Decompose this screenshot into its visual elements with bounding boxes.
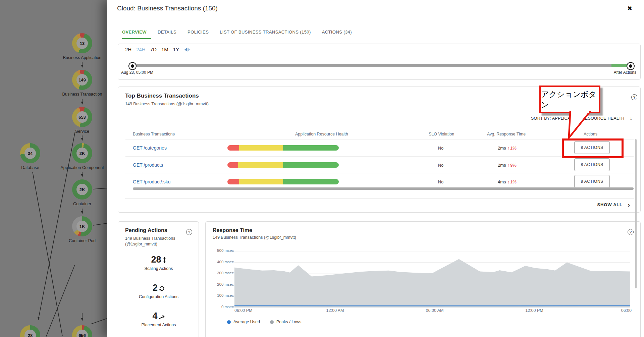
legend-average-used: Average Used	[227, 320, 260, 324]
card-subtitle: 149 Business Transactions (@1sglbr_mmvtt…	[125, 236, 175, 247]
sidebar-node-28[interactable]: 28	[20, 325, 40, 337]
node-label: Business Transaction	[62, 92, 102, 97]
legend-dot-gray	[270, 320, 274, 324]
chart-legend: Average Used Peaks / Lows	[227, 320, 311, 324]
help-icon[interactable]: ?	[628, 229, 634, 235]
tab-policies[interactable]: POLICIES	[187, 30, 209, 35]
transaction-link[interactable]: GET /product/:sku	[133, 179, 171, 184]
health-donut: 653	[72, 107, 92, 127]
transaction-link[interactable]: GET /products	[133, 162, 163, 168]
health-donut: 149	[72, 70, 92, 90]
tab-details[interactable]: DETAILS	[158, 30, 176, 35]
annotation-callout: アクションボタン	[539, 86, 600, 113]
legend-dot-blue	[227, 320, 231, 324]
supply-chain-sidebar: 13 Business Application 149 Business Tra…	[0, 0, 107, 337]
trend-up-icon: ↑	[507, 179, 510, 184]
response-time-value: 4ms↑1%	[498, 179, 517, 184]
placement-icon	[159, 312, 165, 322]
card-subtitle: 149 Business Transactions (@1sglbr_mmvtt…	[125, 102, 209, 106]
column-header-application-resource-health: Application Resource Health	[295, 132, 348, 136]
y-tick: 300 msec	[208, 271, 234, 275]
range-1m[interactable]: 1M	[161, 47, 168, 52]
node-label: Container	[73, 202, 91, 206]
tab-overview[interactable]: OVERVIEW	[122, 30, 147, 35]
x-tick: 06:00 PM	[234, 308, 253, 313]
pan-arrows-icon[interactable]	[184, 48, 190, 52]
sidebar-node-business-transaction[interactable]: 149 Business Transaction	[72, 70, 92, 90]
actions-button[interactable]: 8 ACTIONS	[574, 158, 610, 171]
health-donut: 28	[20, 325, 40, 337]
range-1y[interactable]: 1Y	[173, 47, 179, 52]
vertical-scrollbar[interactable]	[635, 139, 637, 288]
scaling-actions-stat: 28 Scaling Actions	[118, 255, 199, 271]
slider-handle-start[interactable]	[128, 62, 137, 70]
divider	[125, 198, 634, 199]
range-24h[interactable]: 24H	[136, 47, 146, 52]
health-donut: 2K	[72, 179, 92, 200]
card-title: Pending Actions	[125, 227, 167, 233]
x-tick: 06:00	[607, 308, 632, 313]
health-donut: 34	[20, 143, 40, 163]
health-bar	[227, 179, 339, 184]
active-tab-underline	[122, 38, 151, 39]
help-icon[interactable]: ?	[631, 94, 637, 100]
sort-direction-icon: ↓	[630, 116, 632, 121]
sidebar-node-database[interactable]: 34 Database	[20, 143, 40, 163]
y-tick: 100 msec	[208, 293, 234, 297]
tab-list-of-business-transactions[interactable]: LIST OF BUSINESS TRANSACTIONS (150)	[220, 30, 311, 35]
node-count: 653	[78, 115, 86, 120]
sidebar-node-service[interactable]: 653 Service	[72, 107, 92, 127]
node-label: Service	[75, 129, 89, 134]
show-all-link[interactable]: SHOW ALL ›	[597, 202, 630, 207]
chevron-right-icon: ›	[628, 203, 630, 207]
help-icon[interactable]: ?	[186, 229, 192, 235]
actions-button[interactable]: 8 ACTIONS	[574, 175, 610, 188]
y-tick: 200 msec	[208, 282, 234, 286]
tab-divider	[107, 40, 644, 40]
sidebar-node-656[interactable]: 656	[72, 325, 92, 337]
sidebar-node-application-component[interactable]: 2K Application Component	[72, 143, 92, 163]
tab-actions[interactable]: ACTIONS (34)	[322, 30, 352, 35]
transaction-link[interactable]: GET /categories	[133, 145, 167, 151]
row-divider	[125, 139, 634, 139]
sidebar-node-business-application[interactable]: 13 Business Application	[72, 33, 92, 53]
response-time-card: Response Time 149 Business Transactions …	[205, 221, 641, 337]
slo-violation-value: No	[434, 179, 447, 184]
node-count: 34	[28, 151, 33, 156]
health-donut: 1K	[72, 216, 92, 236]
x-tick: 06:00 AM	[418, 308, 451, 313]
time-range-card: 2H 24H 7D 1M 1Y Aug 23, 05:00 PM After A…	[118, 44, 641, 80]
y-tick: 400 msec	[208, 260, 234, 264]
response-time-chart	[234, 251, 630, 307]
health-donut: 13	[72, 33, 92, 53]
range-7d[interactable]: 7D	[150, 47, 157, 52]
slo-violation-value: No	[434, 163, 447, 168]
x-tick: 12:00 AM	[318, 308, 352, 313]
configuration-actions-stat: 2 Configuration Actions	[118, 283, 199, 299]
slider-end-label: After Actions	[614, 70, 636, 75]
range-2h[interactable]: 2H	[125, 47, 131, 52]
horizontal-scrollbar[interactable]	[133, 187, 634, 190]
node-count: 28	[28, 333, 33, 337]
card-title: Top Business Transactions	[125, 93, 199, 99]
sidebar-node-container-pod[interactable]: 1K Container Pod	[72, 216, 92, 236]
pending-actions-card: Pending Actions ? 149 Business Transacti…	[118, 221, 199, 337]
timeline-slider-track[interactable]	[128, 64, 634, 67]
node-label: Database	[21, 165, 39, 170]
placement-actions-stat: 4 Placement Actions	[118, 311, 199, 327]
health-donut: 656	[72, 325, 92, 337]
node-count: 656	[78, 333, 86, 337]
x-tick: 12:00 PM	[518, 308, 551, 313]
health-bar	[227, 145, 339, 151]
slider-handle-end[interactable]	[627, 62, 635, 70]
row-divider	[125, 156, 634, 157]
column-header-avg-response-time: Avg. Response Time	[487, 132, 526, 136]
scaling-icon	[163, 255, 166, 266]
sidebar-node-container[interactable]: 2K Container	[72, 179, 92, 200]
row-divider	[125, 173, 634, 173]
annotation-callout-tail	[566, 111, 599, 140]
time-range-selector: 2H 24H 7D 1M 1Y	[125, 47, 190, 52]
column-header-slo-violation: SLO Violation	[429, 132, 454, 136]
close-icon[interactable]: ✖	[627, 5, 632, 12]
legend-peaks-lows: Peaks / Lows	[270, 320, 301, 324]
